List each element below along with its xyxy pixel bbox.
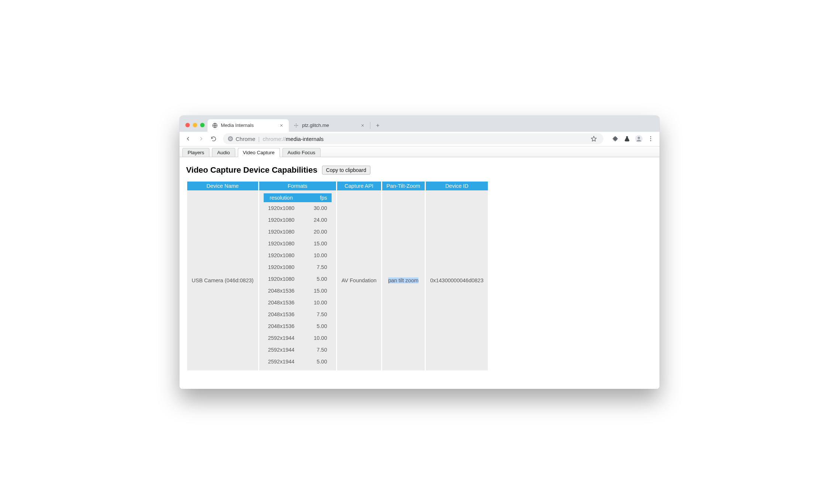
window-controls [184, 123, 208, 132]
format-fps: 15.00 [299, 285, 331, 297]
formats-table: resolution fps 1920x108030.001920x108024… [264, 193, 332, 367]
cell-ptz: pan tilt zoom [382, 190, 425, 370]
tab-title: ptz.glitch.me [302, 122, 357, 128]
format-row: 2592x194410.00 [264, 332, 332, 344]
browser-tab-media-internals[interactable]: Media Internals [208, 119, 289, 132]
tab-title: Media Internals [221, 122, 275, 128]
format-fps: 7.50 [299, 261, 331, 273]
forward-button[interactable] [196, 134, 206, 144]
format-res: 1920x1080 [264, 249, 299, 261]
minimize-window-button[interactable] [193, 123, 197, 127]
format-res: 1920x1080 [264, 261, 299, 273]
format-res: 1920x1080 [264, 226, 299, 238]
format-fps: 7.50 [299, 308, 331, 320]
tab-separator [370, 122, 370, 129]
labs-icon[interactable] [622, 134, 632, 144]
svg-point-3 [296, 127, 297, 127]
internal-tab-video-capture[interactable]: Video Capture [238, 148, 280, 157]
menu-icon[interactable] [645, 134, 656, 144]
cell-device-name: USB Camera (046d:0823) [187, 190, 258, 370]
svg-point-5 [297, 125, 298, 126]
capabilities-table: Device Name Formats Capture API Pan-Tilt… [186, 182, 489, 370]
address-bar[interactable]: Chrome | chrome://media-internals [223, 133, 603, 144]
format-row: 2592x19445.00 [264, 356, 332, 367]
site-chip-label: Chrome [236, 136, 255, 142]
format-fps: 15.00 [299, 238, 331, 249]
page-title: Video Capture Device Capabilities [186, 165, 317, 175]
extensions-icon[interactable] [610, 134, 620, 144]
col-device-name[interactable]: Device Name [187, 182, 258, 190]
reload-button[interactable] [208, 134, 219, 144]
internal-tab-audio-focus[interactable]: Audio Focus [282, 148, 321, 157]
tab-strip: Media Internals ptz.glitch.me [179, 115, 660, 132]
browser-tab-ptz[interactable]: ptz.glitch.me [289, 119, 370, 132]
format-fps: 5.00 [299, 273, 331, 285]
format-row: 1920x108010.00 [264, 249, 332, 261]
formats-col-res: resolution [264, 193, 299, 202]
format-res: 2592x1944 [264, 332, 299, 344]
new-tab-button[interactable] [373, 120, 383, 131]
internal-tab-players[interactable]: Players [182, 148, 209, 157]
format-res: 2048x1536 [264, 308, 299, 320]
device-row: USB Camera (046d:0823) resolution fps 19… [187, 190, 488, 370]
cell-formats: resolution fps 1920x108030.001920x108024… [259, 190, 336, 370]
svg-point-2 [296, 123, 297, 124]
svg-point-8 [230, 138, 231, 139]
globe-icon [212, 122, 218, 128]
format-row: 1920x108024.00 [264, 214, 332, 226]
col-device-id[interactable]: Device ID [426, 182, 488, 190]
format-res: 1920x1080 [264, 273, 299, 285]
page-content: Players Audio Video Capture Audio Focus … [179, 146, 660, 389]
format-row: 2048x15365.00 [264, 320, 332, 332]
format-row: 2592x19447.50 [264, 344, 332, 356]
format-fps: 5.00 [299, 356, 331, 367]
toolbar-right [608, 134, 656, 144]
browser-window: Media Internals ptz.glitch.me [179, 115, 660, 389]
format-res: 1920x1080 [264, 214, 299, 226]
format-res: 2048x1536 [264, 285, 299, 297]
format-fps: 30.00 [299, 202, 331, 214]
omnibox-separator: | [258, 136, 260, 142]
format-row: 2048x153610.00 [264, 297, 332, 308]
format-row: 2048x153615.00 [264, 285, 332, 297]
site-chip: Chrome [227, 136, 255, 142]
format-res: 2048x1536 [264, 320, 299, 332]
format-row: 1920x10807.50 [264, 261, 332, 273]
profile-avatar[interactable] [634, 134, 644, 144]
format-fps: 20.00 [299, 226, 331, 238]
bookmark-star-icon[interactable] [589, 134, 599, 144]
format-res: 2592x1944 [264, 344, 299, 356]
back-button[interactable] [183, 134, 194, 144]
format-fps: 7.50 [299, 344, 331, 356]
format-row: 1920x108020.00 [264, 226, 332, 238]
format-res: 1920x1080 [264, 238, 299, 249]
formats-col-fps: fps [299, 193, 331, 202]
browser-toolbar: Chrome | chrome://media-internals [179, 132, 660, 146]
format-fps: 5.00 [299, 320, 331, 332]
format-fps: 10.00 [299, 332, 331, 344]
internal-tab-audio[interactable]: Audio [212, 148, 235, 157]
svg-point-11 [650, 136, 651, 137]
svg-point-1 [296, 125, 297, 125]
format-row: 2048x15367.50 [264, 308, 332, 320]
format-fps: 10.00 [299, 249, 331, 261]
cell-capture-api: AV Foundation [337, 190, 381, 370]
col-ptz[interactable]: Pan-Tilt-Zoom [382, 182, 425, 190]
svg-point-10 [638, 137, 640, 139]
site-icon [293, 122, 299, 128]
close-window-button[interactable] [185, 123, 190, 127]
maximize-window-button[interactable] [200, 123, 205, 127]
format-row: 1920x108030.00 [264, 202, 332, 214]
col-formats[interactable]: Formats [259, 182, 336, 190]
format-res: 2592x1944 [264, 356, 299, 367]
format-res: 2048x1536 [264, 297, 299, 308]
format-row: 1920x108015.00 [264, 238, 332, 249]
copy-to-clipboard-button[interactable]: Copy to clipboard [322, 166, 370, 175]
close-tab-icon[interactable] [360, 122, 366, 128]
close-tab-icon[interactable] [278, 122, 284, 128]
svg-point-4 [294, 125, 295, 126]
internal-tab-bar: Players Audio Video Capture Audio Focus [179, 146, 660, 157]
format-fps: 10.00 [299, 297, 331, 308]
col-capture-api[interactable]: Capture API [337, 182, 381, 190]
format-row: 1920x10805.00 [264, 273, 332, 285]
